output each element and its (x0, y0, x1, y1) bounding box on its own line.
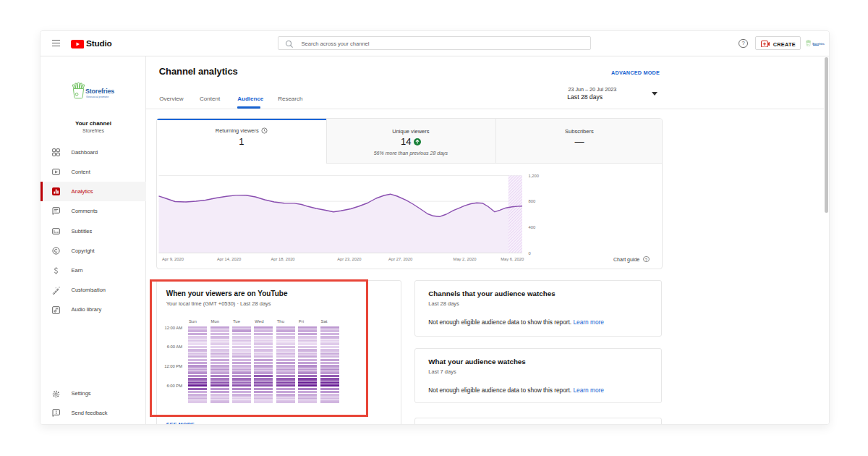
svg-text:Apr 18, 2020: Apr 18, 2020 (271, 257, 294, 261)
svg-text:Apr 23, 2020: Apr 23, 2020 (337, 257, 361, 261)
svg-text:May 2, 2020: May 2, 2020 (454, 257, 477, 261)
svg-text:800: 800 (529, 199, 536, 203)
svg-text:Apr 27, 2020: Apr 27, 2020 (388, 257, 412, 261)
svg-text:Apr 14, 2020: Apr 14, 2020 (217, 257, 241, 261)
svg-text:Apr 9, 2020: Apr 9, 2020 (162, 257, 184, 261)
svg-text:0: 0 (529, 250, 531, 255)
svg-text:1,200: 1,200 (529, 173, 540, 177)
svg-text:May 6, 2020: May 6, 2020 (501, 257, 524, 261)
svg-text:400: 400 (529, 224, 536, 229)
